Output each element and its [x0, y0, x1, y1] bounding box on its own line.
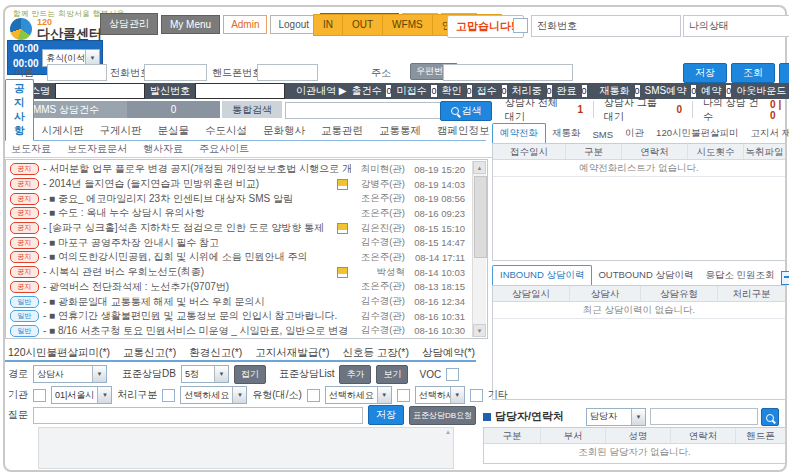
tab-outbound-history[interactable]: OUTBOUND 상담이력 — [592, 266, 699, 285]
notice-author: 조은주(관) — [351, 192, 405, 205]
tab-signal-fault[interactable]: 신호등 고장(*) — [342, 346, 409, 360]
contacts-search-button[interactable] — [761, 408, 779, 426]
list-item[interactable]: 일반- ■ 연휴기간 생활불편민원 및 교통정보 문의 인입시 참고바랍니다.김… — [6, 309, 471, 324]
subtab-press-doc[interactable]: 보도자료문서 — [67, 142, 127, 156]
channel-out[interactable]: OUT — [343, 15, 383, 35]
tab-recall[interactable]: 재통화 — [546, 124, 587, 143]
org-select[interactable]: 01|서울시▼ — [51, 386, 112, 404]
notice-badge: 공지 — [10, 193, 39, 205]
tab-consult-reserve[interactable]: 상담예약(*) — [422, 346, 475, 360]
logout-button[interactable]: Logout — [270, 15, 317, 34]
tab-citizen-watch-form[interactable]: 120시민불편살피미(*) — [8, 346, 110, 360]
route-select[interactable]: 상담사▼ — [33, 365, 107, 383]
tab-notice[interactable]: 공지사항 — [5, 79, 34, 141]
subtab-event-doc[interactable]: 행사자료 — [143, 142, 183, 156]
channel-in[interactable]: IN — [314, 15, 343, 35]
save-button[interactable]: 저장 — [683, 63, 727, 83]
global-search-input[interactable] — [285, 102, 441, 119]
civil-save-button[interactable]: 저장 — [368, 405, 404, 425]
tab-underline — [5, 360, 476, 362]
list-item[interactable]: 일반- ■ 광화문일대 교통통제 해제 및 버스 우회 문의시김수경(관)08-… — [6, 294, 471, 309]
org-checkbox[interactable] — [33, 389, 46, 402]
phone-input[interactable] — [582, 17, 680, 35]
name-input[interactable] — [47, 64, 107, 81]
channel-wfms[interactable]: WFMS — [383, 15, 433, 35]
collapse-icon[interactable] — [781, 271, 789, 285]
notice-title: - ■ 연휴기간 생활불편민원 및 교통정보 문의 인입시 참고바랍니다. — [43, 309, 351, 323]
list-item[interactable]: 공지- 서머분할 업무 플로우 변경 공지(개정된 개인정보보호법 시행으로 개… — [6, 162, 471, 177]
category-select[interactable]: 선택하세요▼ — [325, 386, 392, 404]
notice-date: 08-13 18:15 — [405, 281, 465, 292]
scroll-thumb[interactable] — [474, 176, 487, 258]
list-scrollbar[interactable]: ▲ ▼ — [472, 161, 486, 337]
subtab-main-sites[interactable]: 주요사이트 — [199, 142, 249, 156]
answer-textarea[interactable]: ▲ — [38, 427, 454, 469]
scroll-down-icon[interactable]: ▼ — [473, 324, 486, 337]
list-item[interactable]: 공지- [송파구 싱크홀]석촌 지하차도 점검으로 인한 도로 양방향 통제김은… — [6, 221, 471, 236]
fold-button[interactable]: 접기 — [234, 365, 266, 384]
tab-culture-event[interactable]: 문화행사 — [255, 122, 313, 140]
category-checkbox[interactable] — [307, 389, 320, 402]
contacts-search-input[interactable] — [650, 408, 758, 425]
tab-bill-reissue-form[interactable]: 고지서재발급(*) — [255, 346, 329, 360]
process-type-checkbox[interactable] — [162, 389, 175, 402]
list-item[interactable]: 공지- ■ 중요_ 에코마일리지 23차 인센티브 대상자 SMS 알림조은주(… — [6, 191, 471, 206]
notice-title: - 2014년 을지연습 (을지연습과 민방위훈련 비교) — [43, 177, 337, 191]
standard-db-request-button[interactable]: 표준상담DB요청 — [409, 406, 476, 425]
question-input[interactable] — [33, 407, 363, 424]
address-input[interactable] — [443, 64, 573, 81]
service-name-input[interactable] — [55, 83, 145, 99]
list-item[interactable]: 일반- ■ 8/16 서초구청 토요 민원서비스 미운영 _ 시일만료, 일반으… — [6, 324, 471, 339]
tab-traffic-control[interactable]: 교통통제 — [371, 122, 429, 140]
my-menu-button[interactable]: My Menu — [161, 15, 220, 34]
subtab-press[interactable]: 보도자료 — [11, 142, 51, 156]
sub-category-select[interactable]: 선택하세요▼ — [415, 386, 465, 404]
scroll-up-icon[interactable]: ▲ — [473, 161, 486, 174]
tab-reserved-call[interactable]: 예약전화 — [492, 123, 546, 144]
tab-inbound-history[interactable]: INBOUND 상담이력 — [492, 265, 592, 286]
notice-title: - 서머분할 업무 플로우 변경 공지(개정된 개인정보보호법 시행으로 개인정… — [43, 162, 351, 176]
tab-campaign[interactable]: 캠페인정보 — [429, 122, 498, 140]
query-button[interactable]: 조회 — [731, 63, 775, 83]
scroll-up-icon[interactable]: ▲ — [445, 429, 451, 435]
column-header: 구분 — [484, 428, 541, 443]
mobile-input[interactable] — [257, 64, 318, 81]
tab-waterworks[interactable]: 수도시설 — [197, 122, 255, 140]
search-button[interactable]: 검색 — [440, 101, 492, 121]
standard-db-select[interactable]: 5정▼ — [181, 365, 229, 383]
consult-manage-button[interactable]: 상담관리 — [100, 13, 158, 35]
tab-transfer[interactable]: 이관 — [619, 124, 650, 143]
list-item[interactable]: 공지- 시복식 관련 버스 우회노선도(최종)박성혁08-14 10:03 — [6, 265, 471, 280]
list-item[interactable]: 공지- ■ 여의도한강시민공원, 집회 및 시위에 소음 민원안내 주의조은주(… — [6, 250, 471, 265]
list-item[interactable]: 공지- ■ 마포구 공영주차장 안내시 필수 참고김수경(관)08-15 14:… — [6, 235, 471, 250]
list-item[interactable]: 공지- ■ 수도 : 옥내 누수 상담시 유의사항조은주(관)08-16 09:… — [6, 206, 471, 221]
phone-field-input[interactable] — [144, 64, 207, 81]
tab-sms[interactable]: SMS — [587, 126, 620, 143]
tab-lost-found[interactable]: 분실물 — [150, 122, 198, 140]
tab-citizen-watch[interactable]: 120시민불편살피미 — [650, 124, 744, 143]
contacts-select[interactable]: 담당자▼ — [586, 408, 646, 426]
sub-category-checkbox[interactable] — [397, 389, 410, 402]
process-type-select[interactable]: 선택하세요▼ — [180, 386, 247, 404]
notice-badge: 공지 — [10, 163, 39, 175]
tab-bill-reissue[interactable]: 고지서 재발행 — [744, 124, 789, 143]
counter-label: 출건수 — [351, 84, 381, 98]
tab-traffic-report[interactable]: 교통신고(*) — [123, 346, 176, 360]
tab-city-board[interactable]: 시게시판 — [34, 122, 92, 140]
tab-env-report[interactable]: 환경신고(*) — [189, 346, 242, 360]
list-item[interactable]: 공지- 광역버스 전단좌석제 : 노선추가(9707번)조은주(관)08-13 … — [6, 280, 471, 295]
chevron-down-icon: ▼ — [232, 387, 246, 403]
view-button[interactable]: 보기 — [376, 365, 408, 384]
admin-button[interactable]: Admin — [223, 15, 267, 34]
tab-district-board[interactable]: 구게시판 — [92, 122, 150, 140]
tab-response-lookup[interactable]: 응답소 민원조회 — [699, 266, 780, 285]
voc-checkbox[interactable] — [446, 368, 459, 381]
etc-checkbox[interactable] — [470, 389, 483, 402]
transfer-history-link[interactable]: 이관내역 ▶ — [296, 84, 346, 98]
add-button[interactable]: 추가 — [339, 365, 371, 384]
thanks-checkbox[interactable] — [513, 18, 528, 33]
my-status-input[interactable] — [734, 17, 789, 35]
caller-number-input[interactable] — [195, 83, 285, 99]
list-item[interactable]: 공지- 2014년 을지연습 (을지연습과 민방위훈련 비교)강병주(관)08-… — [6, 177, 471, 192]
tab-traffic[interactable]: 교통관련 — [313, 122, 371, 140]
